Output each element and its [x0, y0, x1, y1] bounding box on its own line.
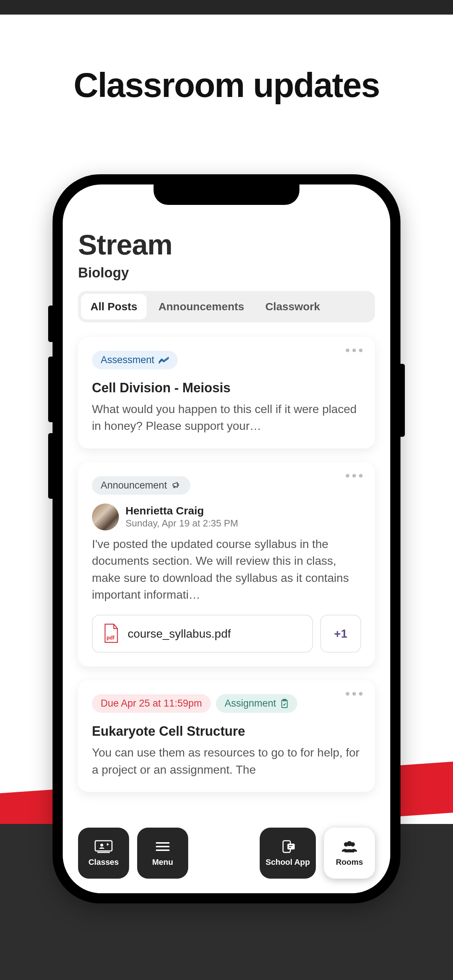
post-title: Cell Division - Meiosis [92, 380, 361, 396]
classes-icon [94, 839, 113, 854]
due-label: Due Apr 25 at 11:59pm [100, 698, 202, 709]
svg-text:pdf: pdf [107, 635, 115, 641]
nav-label: Menu [152, 858, 173, 867]
megaphone-icon [171, 481, 182, 489]
tab-all-posts[interactable]: All Posts [81, 294, 147, 320]
author-row: Henrietta Craig Sunday, Apr 19 at 2:35 P… [92, 503, 361, 530]
page-title: Stream [78, 228, 375, 261]
tab-classwork[interactable]: Classwork [256, 294, 329, 320]
more-icon[interactable] [346, 692, 362, 695]
author-name: Henrietta Craig [126, 504, 238, 517]
chip-announcement: Announcement [92, 476, 190, 495]
chip-assignment: Assignment [216, 694, 297, 713]
post-card[interactable]: Due Apr 25 at 11:59pm Assignment Eukaryo… [78, 680, 375, 792]
phone-screen: Stream Biology All Posts Announcements C… [63, 185, 390, 893]
post-timestamp: Sunday, Apr 19 at 2:35 PM [126, 518, 238, 529]
bottom-nav: Classes Menu [78, 827, 375, 879]
avatar [92, 503, 119, 530]
nav-label: Rooms [336, 858, 363, 867]
svg-rect-9 [287, 844, 295, 850]
post-body: You can use them as resources to go to f… [92, 744, 361, 778]
page-subtitle: Biology [78, 265, 375, 281]
post-card[interactable]: Assessment Cell Division - Meiosis What … [78, 337, 375, 449]
phone-notch [153, 185, 300, 205]
chip-due: Due Apr 25 at 11:59pm [92, 694, 211, 713]
chip-label: Assessment [100, 355, 154, 366]
menu-icon [153, 839, 172, 854]
trend-icon [159, 356, 169, 364]
svg-point-14 [347, 841, 352, 846]
post-body: What would you happen to this cell if it… [92, 401, 361, 434]
nav-menu-button[interactable]: Menu [137, 827, 188, 879]
more-icon[interactable] [346, 348, 362, 352]
clipboard-icon [281, 699, 289, 708]
attachment-name: course_syllabus.pdf [128, 627, 231, 641]
chip-assessment: Assessment [92, 351, 178, 369]
post-title: Eukaryote Cell Structure [92, 724, 361, 739]
filter-tabs: All Posts Announcements Classwork [78, 291, 375, 322]
posts-list: Assessment Cell Division - Meiosis What … [78, 337, 375, 792]
svg-point-4 [100, 844, 103, 846]
tab-announcements[interactable]: Announcements [149, 294, 254, 320]
phone-frame: Stream Biology All Posts Announcements C… [53, 174, 400, 904]
nav-label: School App [266, 858, 309, 867]
attachment-button[interactable]: pdf course_syllabus.pdf [92, 615, 313, 652]
school-app-icon [278, 839, 298, 854]
chip-label: Announcement [100, 480, 167, 491]
nav-label: Classes [88, 858, 118, 867]
rooms-icon [340, 839, 359, 854]
chip-label: Assignment [225, 698, 276, 709]
nav-rooms-button[interactable]: Rooms [324, 827, 375, 879]
marketing-top-bar [0, 0, 453, 14]
nav-classes-button[interactable]: Classes [78, 827, 129, 879]
marketing-headline: Classroom updates [0, 65, 453, 105]
more-icon[interactable] [346, 474, 362, 477]
post-body: I've posted the updated course syllabus … [92, 536, 361, 603]
pdf-icon: pdf [103, 624, 119, 644]
nav-school-app-button[interactable]: School App [260, 827, 316, 879]
post-card[interactable]: Announcement Henrietta Craig Sunday, Apr… [78, 462, 375, 667]
svg-rect-3 [95, 841, 112, 851]
attachments-more-button[interactable]: +1 [320, 615, 361, 652]
